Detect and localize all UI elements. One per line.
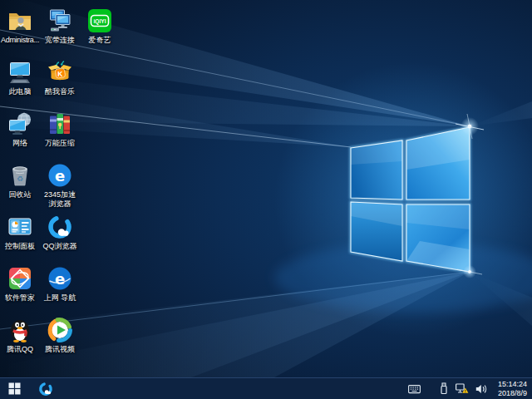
nav-e-glyph: e: [55, 270, 65, 288]
icon-label: 此电脑: [0, 87, 40, 96]
qq-penguin-icon: [7, 317, 33, 343]
network-icon: [7, 111, 33, 137]
clock-time: 15:14:24: [494, 380, 527, 389]
start-button[interactable]: [0, 378, 28, 399]
touch-keyboard-icon: [408, 384, 421, 394]
tencent-video-icon: [47, 317, 73, 343]
taskbar-clock[interactable]: 15:14:24 2018/8/9: [494, 380, 532, 397]
desktop-icon-qq-browser[interactable]: QQ浏览器: [40, 211, 80, 251]
kuwo-music-icon: K: [47, 59, 73, 86]
desktop-icon-software-manager[interactable]: 软件管家: [0, 263, 40, 303]
icon-label: 软件管家: [0, 293, 40, 303]
desktop-icon-compression[interactable]: 万能压缩: [40, 108, 80, 148]
this-pc-icon: [7, 59, 33, 86]
desktop-icon-web-navigation[interactable]: e 上网 导航: [40, 263, 80, 303]
desktop-icon-administrator[interactable]: Administra...: [0, 5, 40, 45]
touch-keyboard-button[interactable]: [405, 378, 424, 399]
taskbar-qq-browser-button[interactable]: [33, 378, 58, 399]
network-status-button[interactable]: [452, 378, 472, 399]
clock-date: 2018/8/9: [494, 389, 527, 398]
desktop-icon-iqiyi[interactable]: iQIYI 爱奇艺: [80, 5, 120, 45]
web-navigation-e-icon: e: [47, 265, 73, 292]
icon-label: 控制面板: [0, 242, 40, 251]
icon-label: 爱奇艺: [80, 36, 120, 45]
2345-e-glyph: e: [55, 167, 65, 185]
windows-desktop-screen: Administra... 此电脑 网络: [0, 0, 532, 399]
2345-browser-icon: e: [47, 162, 73, 189]
control-panel-icon: [7, 214, 33, 240]
icon-label: 万能压缩: [40, 139, 80, 148]
qq-browser-icon: [38, 382, 53, 397]
icon-label: 上网 导航: [40, 293, 80, 303]
icon-label: 2345加速浏览器: [40, 190, 80, 209]
universal-compression-icon: [47, 111, 73, 137]
volume-icon: [475, 383, 487, 395]
icon-label: 腾讯视频: [40, 345, 80, 354]
usb-device-button[interactable]: [436, 378, 452, 399]
icon-label: 网络: [0, 139, 40, 148]
icon-label: 宽带连接: [40, 36, 80, 45]
icon-label: 回收站: [0, 190, 40, 200]
desktop-icon-tencent-qq[interactable]: 腾讯QQ: [0, 314, 40, 354]
desktop-icon-network[interactable]: 网络: [0, 108, 40, 148]
volume-button[interactable]: [472, 378, 490, 399]
svg-text:♻: ♻: [17, 175, 23, 183]
desktop-icon-kuwo-music[interactable]: K 酷我音乐: [40, 57, 80, 96]
kuwo-k-glyph: K: [57, 70, 63, 78]
software-manager-icon: [7, 265, 33, 292]
network-warning-icon: [456, 382, 469, 395]
icon-label: Administra...: [0, 36, 40, 45]
icon-label: 腾讯QQ: [0, 345, 40, 354]
qq-browser-icon: [47, 214, 73, 240]
icon-label: 酷我音乐: [40, 87, 80, 96]
iqiyi-icon: iQIYI: [86, 7, 113, 34]
desktop-area[interactable]: Administra... 此电脑 网络: [0, 0, 532, 377]
usb-device-icon: [439, 382, 449, 395]
desktop-icon-2345-browser[interactable]: e 2345加速浏览器: [40, 160, 80, 209]
desktop-icon-recycle-bin[interactable]: ♻ 回收站: [0, 160, 40, 200]
desktop-icon-tencent-video[interactable]: 腾讯视频: [40, 314, 80, 354]
desktop-icon-broadband[interactable]: 宽带连接: [40, 5, 80, 45]
windows-hero-wallpaper: [0, 0, 532, 377]
administrator-folder-icon: [7, 7, 33, 34]
taskbar: 15:14:24 2018/8/9: [0, 377, 532, 399]
system-tray: 15:14:24 2018/8/9: [405, 378, 532, 399]
recycle-bin-icon: ♻: [7, 162, 33, 189]
windows-start-icon: [8, 382, 21, 395]
broadband-connection-icon: [47, 7, 73, 34]
icon-label: QQ浏览器: [40, 242, 80, 251]
desktop-icon-this-pc[interactable]: 此电脑: [0, 57, 40, 96]
iqiyi-glyph: iQIYI: [93, 18, 106, 25]
desktop-icon-control-panel[interactable]: 控制面板: [0, 211, 40, 251]
